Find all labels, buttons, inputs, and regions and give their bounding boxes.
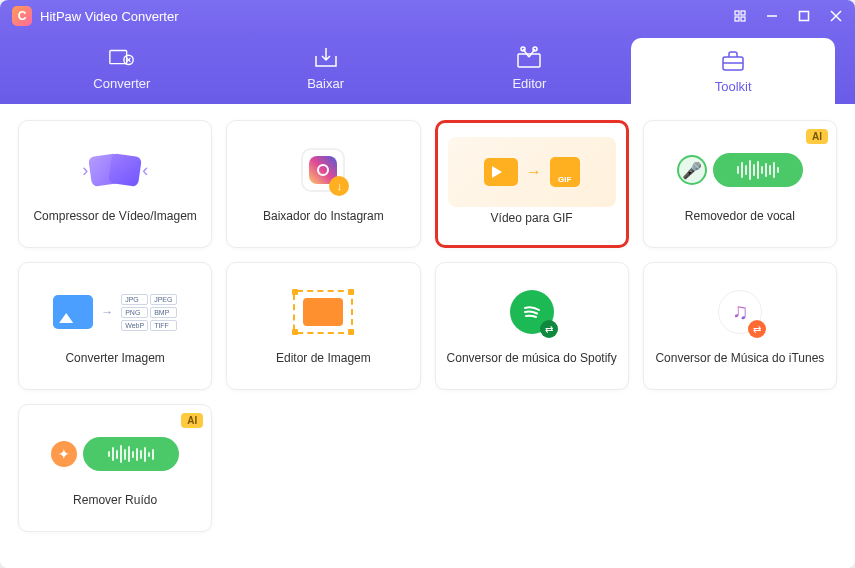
editor-icon (515, 46, 543, 70)
tab-baixar-label: Baixar (307, 76, 344, 91)
svg-rect-0 (735, 11, 739, 15)
card-video-gif[interactable]: → GIF Vídeo para GIF (435, 120, 629, 248)
card-compressor[interactable]: › ‹ Compressor de Vídeo/Imagem (18, 120, 212, 248)
converter-icon (108, 46, 136, 70)
card-image-editor[interactable]: Editor de Imagem (226, 262, 420, 390)
minimize-icon[interactable] (765, 9, 779, 23)
card-itunes-label: Conversor de Música do iTunes (655, 351, 824, 365)
card-compressor-label: Compressor de Vídeo/Imagem (33, 209, 196, 223)
tab-toolkit[interactable]: Toolkit (631, 38, 835, 104)
card-spotify-label: Conversor de música do Spotify (447, 351, 617, 365)
toolkit-icon (719, 49, 747, 73)
itunes-icon: ♫ ⇄ (654, 277, 826, 347)
card-image-converter-label: Converter Imagem (65, 351, 164, 365)
app-window: C HitPaw Video Converter Converter (0, 0, 855, 568)
tab-baixar[interactable]: Baixar (224, 32, 428, 104)
card-image-converter[interactable]: → JPGJPEG PNGBMP WebPTIFF Converter Imag… (18, 262, 212, 390)
tab-converter[interactable]: Converter (20, 32, 224, 104)
spotify-icon: ⇄ (446, 277, 618, 347)
app-logo-icon: C (12, 6, 32, 26)
instagram-icon: ↓ (237, 135, 409, 205)
window-controls (733, 9, 843, 23)
tools-grid: › ‹ Compressor de Vídeo/Imagem ↓ Baixado… (18, 120, 837, 532)
image-converter-icon: → JPGJPEG PNGBMP WebPTIFF (29, 277, 201, 347)
tab-converter-label: Converter (93, 76, 150, 91)
card-instagram[interactable]: ↓ Baixador do Instagram (226, 120, 420, 248)
video-gif-icon: → GIF (448, 137, 616, 207)
tabbar: Converter Baixar Editor Toolkit (0, 32, 855, 104)
card-noise-remover-label: Remover Ruído (73, 493, 157, 507)
card-spotify[interactable]: ⇄ Conversor de música do Spotify (435, 262, 629, 390)
card-vocal-remover[interactable]: AI 🎤 Removedor de vocal (643, 120, 837, 248)
card-instagram-label: Baixador do Instagram (263, 209, 384, 223)
card-noise-remover[interactable]: AI ✦ Remover Ruído (18, 404, 212, 532)
tab-toolkit-label: Toolkit (715, 79, 752, 94)
settings-icon[interactable] (733, 9, 747, 23)
compressor-icon: › ‹ (29, 135, 201, 205)
maximize-icon[interactable] (797, 9, 811, 23)
card-vocal-remover-label: Removedor de vocal (685, 209, 795, 223)
svg-point-11 (521, 47, 525, 51)
noise-remover-icon: ✦ (29, 419, 201, 489)
card-image-editor-label: Editor de Imagem (276, 351, 371, 365)
image-editor-icon (237, 277, 409, 347)
tab-editor[interactable]: Editor (428, 32, 632, 104)
content-area: › ‹ Compressor de Vídeo/Imagem ↓ Baixado… (0, 104, 855, 568)
vocal-remover-icon: 🎤 (654, 135, 826, 205)
card-itunes[interactable]: ♫ ⇄ Conversor de Música do iTunes (643, 262, 837, 390)
svg-rect-3 (741, 17, 745, 21)
download-icon (312, 46, 340, 70)
card-video-gif-label: Vídeo para GIF (491, 211, 573, 225)
tab-editor-label: Editor (512, 76, 546, 91)
svg-rect-5 (800, 12, 809, 21)
svg-rect-1 (741, 11, 745, 15)
titlebar: C HitPaw Video Converter (0, 0, 855, 32)
app-title: HitPaw Video Converter (40, 9, 179, 24)
svg-rect-2 (735, 17, 739, 21)
close-icon[interactable] (829, 9, 843, 23)
